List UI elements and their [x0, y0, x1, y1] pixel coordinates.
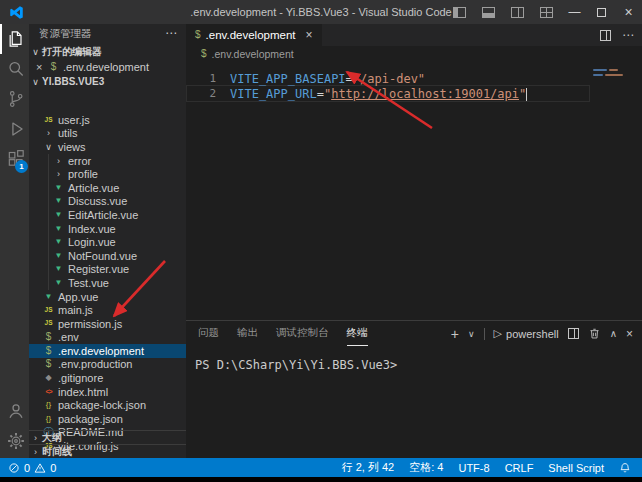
tree-item[interactable]: ›utils	[29, 127, 186, 141]
maximize-button[interactable]	[588, 0, 615, 24]
tree-item[interactable]: ›error	[29, 154, 186, 168]
explorer-sidebar: 资源管理器 ⋯ ∨ 打开的编辑器 × $ .env.development ∨ …	[29, 24, 186, 458]
search-tab[interactable]	[0, 54, 29, 84]
accounts-button[interactable]	[0, 396, 29, 426]
encoding-status[interactable]: UTF-8	[458, 462, 489, 474]
vue-icon: ▼	[55, 211, 63, 219]
env-icon: $	[46, 346, 52, 356]
tab-problems[interactable]: 问题	[198, 321, 219, 346]
activity-bar: 1	[0, 24, 29, 458]
maximize-panel-icon[interactable]: ∧	[610, 328, 617, 339]
account-icon	[6, 401, 26, 421]
tree-item[interactable]: {}package-lock.json	[29, 398, 186, 412]
open-editor-item[interactable]: × $ .env.development	[29, 59, 186, 74]
tree-item[interactable]: $.env	[29, 331, 186, 345]
env-icon: $	[201, 49, 207, 59]
minimize-button[interactable]: —	[561, 0, 588, 24]
extensions-tab[interactable]: 1	[0, 144, 29, 174]
tree-item[interactable]: ▼Index.vue	[29, 222, 186, 236]
tree-item[interactable]: JSmain.js	[29, 303, 186, 317]
chevron-right-icon: ›	[29, 447, 42, 457]
eol-status[interactable]: CRLF	[505, 462, 534, 474]
split-editor-icon[interactable]	[600, 30, 611, 41]
language-mode-status[interactable]: Shell Script	[548, 462, 604, 474]
toggle-panel-icon[interactable]	[482, 7, 495, 18]
minimap[interactable]	[593, 69, 639, 79]
tree-item[interactable]: ▼Register.vue	[29, 263, 186, 277]
url-link[interactable]: http://localhost:19001/api	[331, 87, 519, 101]
timeline-section-header[interactable]: › 时间线	[29, 444, 186, 458]
vue-icon: ▼	[55, 238, 63, 246]
explorer-tab[interactable]	[0, 24, 29, 54]
toggle-sidebar-icon[interactable]	[453, 7, 466, 18]
tree-item-selected[interactable]: $.env.development	[29, 344, 186, 358]
more-actions-icon[interactable]: ⋯	[622, 28, 634, 42]
cursor-position-status[interactable]: 行 2, 列 42	[342, 460, 395, 475]
error-count: 0	[24, 462, 30, 474]
tree-item[interactable]: ▼EditArticle.vue	[29, 208, 186, 222]
indentation-status[interactable]: 空格: 4	[409, 460, 443, 475]
breadcrumb[interactable]: $ .env.development	[186, 46, 642, 62]
close-window-button[interactable]: ×	[615, 0, 642, 24]
chevron-right-icon: ›	[57, 169, 60, 179]
close-panel-icon[interactable]: ×	[626, 327, 633, 341]
line-number: 1	[186, 72, 216, 85]
js-icon: JS	[45, 320, 53, 327]
vue-icon: ▼	[55, 265, 63, 273]
terminal[interactable]: PS D:\CSharp\Yi\Yi.BBS.Vue3>	[186, 346, 642, 372]
window-bottom-edge	[0, 477, 642, 482]
tree-item[interactable]: ▼Test.vue	[29, 276, 186, 290]
tab-output[interactable]: 输出	[237, 321, 258, 346]
tree-item[interactable]: $.env.production	[29, 358, 186, 372]
tree-item[interactable]: JSpermission.js	[29, 317, 186, 331]
settings-button[interactable]	[0, 426, 29, 456]
source-control-tab[interactable]	[0, 84, 29, 114]
tree-item[interactable]: {}package.json	[29, 412, 186, 426]
kill-terminal-icon[interactable]	[588, 327, 601, 340]
git-icon: ◆	[45, 374, 51, 382]
html-icon: <>	[45, 388, 51, 395]
tree-item[interactable]: <>index.html	[29, 385, 186, 399]
env-key: VITE_APP_URL	[230, 87, 317, 101]
vscode-logo-icon	[9, 5, 24, 20]
tree-item[interactable]: JSuser.js	[29, 113, 186, 127]
tree-item[interactable]: ▼App.vue	[29, 290, 186, 304]
terminal-profile-selector[interactable]: ▷ powershell	[494, 327, 559, 340]
tree-item[interactable]: ▼NotFound.vue	[29, 249, 186, 263]
tree-item[interactable]: ▼Article.vue	[29, 181, 186, 195]
close-tab-icon[interactable]: ×	[306, 28, 313, 42]
toggle-secondary-sidebar-icon[interactable]	[511, 7, 524, 18]
tree-item[interactable]: ▼Login.vue	[29, 235, 186, 249]
files-icon	[6, 29, 26, 49]
close-icon[interactable]: ×	[36, 61, 47, 73]
tab-label: .env.development	[206, 29, 296, 41]
terminal-dropdown-icon[interactable]: ∨	[468, 329, 475, 339]
extensions-badge: 1	[15, 160, 28, 173]
file-tree: JSuser.js ›utils ∨views ›error ›profile …	[29, 113, 186, 453]
powershell-icon: ▷	[494, 327, 502, 340]
status-bar: 0 0 行 2, 列 42 空格: 4 UTF-8 CRLF Shell Scr…	[0, 458, 642, 477]
problems-status[interactable]: 0 0	[0, 462, 56, 474]
tree-item[interactable]: ▼Discuss.vue	[29, 195, 186, 209]
editor-tab[interactable]: $ .env.development ×	[186, 24, 322, 46]
open-editors-header[interactable]: ∨ 打开的编辑器	[29, 44, 186, 59]
vue-icon: ▼	[55, 252, 63, 260]
chevron-right-icon: ›	[29, 433, 42, 443]
tab-terminal[interactable]: 终端	[347, 321, 368, 346]
sidebar-more-actions-icon[interactable]: ⋯	[165, 26, 177, 40]
tree-item[interactable]: ◆.gitignore	[29, 371, 186, 385]
outline-section-header[interactable]: › 大纲	[29, 430, 186, 444]
project-root-header[interactable]: ∨ YI.BBS.VUE3	[29, 74, 186, 89]
sidebar-title: 资源管理器	[39, 27, 92, 41]
tree-item[interactable]: ∨views	[29, 140, 186, 154]
vue-icon: ▼	[55, 225, 63, 233]
tree-item[interactable]: ›profile	[29, 167, 186, 181]
new-terminal-icon[interactable]: +	[451, 326, 459, 342]
notifications-bell-icon[interactable]	[619, 462, 631, 474]
js-icon: JS	[45, 117, 53, 124]
code-editor[interactable]: 1 VITE_APP_BASEAPI="/api-dev" 2 VITE_APP…	[186, 62, 642, 320]
tab-debug-console[interactable]: 调试控制台	[276, 321, 329, 346]
split-terminal-icon[interactable]	[568, 328, 579, 339]
run-debug-tab[interactable]	[0, 114, 29, 144]
customize-layout-icon[interactable]	[540, 7, 553, 18]
